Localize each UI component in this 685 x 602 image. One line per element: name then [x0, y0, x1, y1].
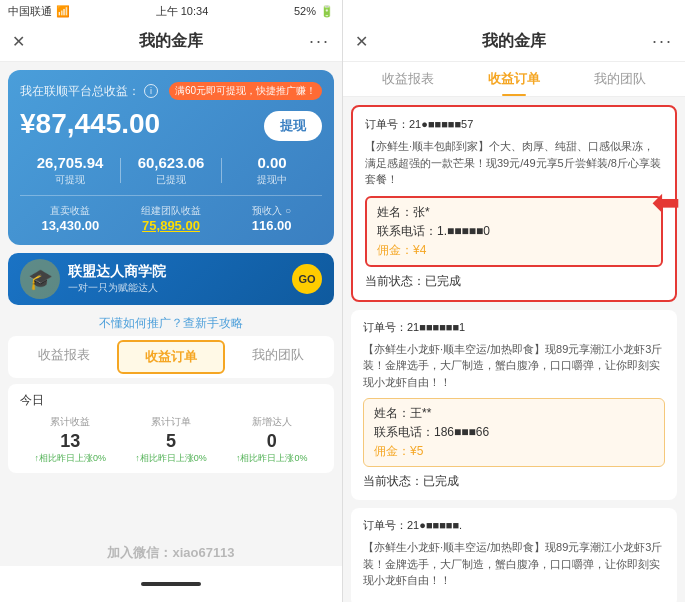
banner-subtitle: 一对一只为赋能达人: [68, 281, 166, 295]
right-tab-orders[interactable]: 收益订单: [461, 62, 567, 96]
top-nav-left: ✕ 我的金库 ···: [0, 22, 342, 62]
top-nav-right: ✕ 我的金库 ···: [343, 22, 685, 62]
status-bar-left: 中国联通 📶 上午 10:34 52% 🔋: [0, 0, 342, 22]
withdrawable-amount: 26,705.94: [20, 154, 120, 171]
balance-row: 26,705.94 可提现 60,623.06 已提现 0.00 提现中: [20, 154, 322, 187]
order-id-1: 订单号：21●■■■■■57: [365, 117, 663, 132]
earnings-row: 直卖收益 13,430.00 组建团队收益 75,895.00 预收入 ○ 11…: [20, 195, 322, 233]
page-title-left: 我的金库: [139, 31, 203, 52]
banner-text-block: 联盟达人商学院 一对一只为赋能达人: [68, 263, 166, 295]
close-button-right[interactable]: ✕: [355, 32, 368, 51]
customer-info-1: 姓名：张* 联系电话：1.■■■■■0 佣金：¥4: [365, 196, 663, 267]
more-menu-right[interactable]: ···: [652, 31, 673, 52]
status-bar-right: [343, 0, 685, 22]
banner-go-button[interactable]: GO: [292, 264, 322, 294]
withdrawable-label: 可提现: [20, 173, 120, 187]
time-display: 上午 10:34: [156, 4, 209, 19]
battery-text: 52%: [294, 5, 316, 17]
today-label: 今日: [20, 392, 322, 409]
stat-lbl-1: 累计订单: [121, 415, 222, 429]
direct-earnings: 直卖收益 13,430.00: [26, 204, 115, 233]
inprogress-amount: 0.00: [222, 154, 322, 171]
order-desc-1: 【亦鲜生·顺丰包邮到家】个大、肉厚、纯甜、口感似果冻，满足感超强的一款芒果！现3…: [365, 138, 663, 188]
order-desc-3: 【亦鲜生小龙虾·顺丰空运/加热即食】现89元享潮江小龙虾3斤装！金牌选手，大厂制…: [363, 539, 665, 589]
stat-lbl-0: 累计收益: [20, 415, 121, 429]
order-id-2: 订单号：21■■■■■■1: [363, 320, 665, 335]
stat-change-2: ↑相比昨日上涨0%: [221, 452, 322, 465]
tab-bar-right: 收益报表 收益订单 我的团队: [343, 62, 685, 97]
academy-banner[interactable]: 🎓 联盟达人商学院 一对一只为赋能达人 GO: [8, 253, 334, 305]
info-icon[interactable]: i: [144, 84, 158, 98]
order-card-1: 订单号：21●■■■■■57 【亦鲜生·顺丰包邮到家】个大、肉厚、纯甜、口感似果…: [351, 105, 677, 302]
tab-bar-left: 收益报表 收益订单 我的团队: [8, 336, 334, 378]
helper-link: 不懂如何推广？查新手攻略: [0, 315, 342, 332]
helper-link-text[interactable]: 新手攻略: [195, 316, 243, 330]
total-amount: ¥87,445.00: [20, 108, 160, 140]
stat-cumulative-orders: 累计订单 5 ↑相比昨日上涨0%: [121, 415, 222, 465]
red-arrow-icon: ⬅: [652, 184, 679, 222]
stat-change-1: ↑相比昨日上涨0%: [121, 452, 222, 465]
commission-2: 佣金：¥5: [374, 443, 654, 460]
stat-cumulative-earnings: 累计收益 13 ↑相比昨日上涨0%: [20, 415, 121, 465]
withdrawn-label: 已提现: [121, 173, 221, 187]
stat-val-2: 0: [221, 431, 322, 452]
battery-icon: 🔋: [320, 5, 334, 18]
wifi-icon: 📶: [56, 5, 70, 18]
page-title-right: 我的金库: [482, 31, 546, 52]
status-1: 当前状态：已完成: [365, 273, 663, 290]
withdrawable-item: 26,705.94 可提现: [20, 154, 120, 187]
team-val: 75,895.00: [127, 218, 216, 233]
stat-val-1: 5: [121, 431, 222, 452]
main-earnings-card: 我在联顺平台总收益： i 满60元即可提现，快捷推广赚！ ¥87,445.00 …: [8, 70, 334, 245]
order-card-3: 订单号：21●■■■■■. 【亦鲜生小龙虾·顺丰空运/加热即食】现89元享潮江小…: [351, 508, 677, 602]
order-id-3: 订单号：21●■■■■■.: [363, 518, 665, 533]
team-label: 组建团队收益: [127, 204, 216, 218]
close-button-left[interactable]: ✕: [12, 32, 25, 51]
orders-list: 订单号：21●■■■■■57 【亦鲜生·顺丰包邮到家】个大、肉厚、纯甜、口感似果…: [343, 97, 685, 602]
helper-text-pre: 不懂如何推广？查: [99, 316, 195, 330]
home-indicator: [141, 582, 201, 586]
left-panel: 中国联通 📶 上午 10:34 52% 🔋 ✕ 我的金库 ··· 我在联顺平台总…: [0, 0, 342, 602]
tab-my-team[interactable]: 我的团队: [225, 340, 330, 374]
banner-icon: 🎓: [20, 259, 60, 299]
stat-change-0: ↑相比昨日上涨0%: [20, 452, 121, 465]
right-tab-team[interactable]: 我的团队: [567, 62, 673, 96]
inprogress-label: 提现中: [222, 173, 322, 187]
customer-phone-1: 联系电话：1.■■■■■0: [377, 223, 651, 240]
tab-earnings-orders[interactable]: 收益订单: [117, 340, 226, 374]
carrier-wifi: 中国联通 📶: [8, 4, 70, 19]
more-menu-left[interactable]: ···: [309, 31, 330, 52]
team-earnings: 组建团队收益 75,895.00: [127, 204, 216, 233]
right-tab-report[interactable]: 收益报表: [355, 62, 461, 96]
stat-val-0: 13: [20, 431, 121, 452]
customer-name-2: 姓名：王**: [374, 405, 654, 422]
stats-row: 累计收益 13 ↑相比昨日上涨0% 累计订单 5 ↑相比昨日上涨0% 新增达人 …: [20, 415, 322, 465]
platform-earnings-row: 我在联顺平台总收益： i 满60元即可提现，快捷推广赚！: [20, 82, 322, 100]
customer-phone-2: 联系电话：186■■■66: [374, 424, 654, 441]
order-wrapper-1: 订单号：21●■■■■■57 【亦鲜生·顺丰包邮到家】个大、肉厚、纯甜、口感似果…: [351, 105, 677, 302]
tab-earnings-report[interactable]: 收益报表: [12, 340, 117, 374]
stats-section: 今日 累计收益 13 ↑相比昨日上涨0% 累计订单 5 ↑相比昨日上涨0% 新增…: [8, 384, 334, 473]
banner-title: 联盟达人商学院: [68, 263, 166, 281]
customer-name-1: 姓名：张*: [377, 204, 651, 221]
carrier-text: 中国联通: [8, 4, 52, 19]
bottom-nav-left: [0, 566, 342, 602]
withdrawn-item: 60,623.06 已提现: [121, 154, 221, 187]
promo-badge[interactable]: 满60元即可提现，快捷推广赚！: [169, 82, 322, 100]
stat-new-talent: 新增达人 0 ↑相比昨日上涨0%: [221, 415, 322, 465]
reserved-label: 预收入 ○: [227, 204, 316, 218]
direct-label: 直卖收益: [26, 204, 115, 218]
status-text-2: 当前状态：已完成: [363, 474, 459, 488]
withdraw-button[interactable]: 提现: [264, 111, 322, 141]
status-text-1: 当前状态：已完成: [365, 274, 461, 288]
platform-label: 我在联顺平台总收益：: [20, 83, 140, 100]
withdrawn-amount: 60,623.06: [121, 154, 221, 171]
order-desc-2: 【亦鲜生小龙虾·顺丰空运/加热即食】现89元享潮江小龙虾3斤装！金牌选手，大厂制…: [363, 341, 665, 391]
watermark-left: 加入微信：xiao67113: [0, 544, 342, 562]
order-card-2: 订单号：21■■■■■■1 【亦鲜生小龙虾·顺丰空运/加热即食】现89元享潮江小…: [351, 310, 677, 501]
direct-val: 13,430.00: [26, 218, 115, 233]
reserved-earnings: 预收入 ○ 116.00: [227, 204, 316, 233]
commission-1: 佣金：¥4: [377, 242, 651, 259]
stat-lbl-2: 新增达人: [221, 415, 322, 429]
right-panel: ✕ 我的金库 ··· 收益报表 收益订单 我的团队 订单号：21●■■■■■57…: [342, 0, 685, 602]
